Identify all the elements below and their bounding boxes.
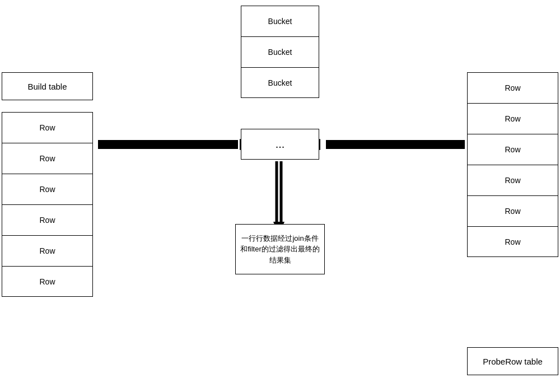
center-ellipsis-box: ... xyxy=(241,129,319,160)
left-row-6: Row xyxy=(2,266,93,297)
left-row-1: Row xyxy=(2,112,93,143)
right-row-1: Row xyxy=(467,72,558,103)
center-buckets-group: Bucket Bucket Bucket xyxy=(241,6,319,98)
right-row-5: Row xyxy=(467,195,558,226)
build-table-text: Build table xyxy=(27,82,67,91)
result-box: 一行行数据经过join条件和filter的过滤得出最终的结果集 xyxy=(235,224,325,274)
bucket-2: Bucket xyxy=(241,36,319,67)
build-table-label: Build table xyxy=(2,72,93,100)
right-row-4: Row xyxy=(467,165,558,195)
left-row-3: Row xyxy=(2,174,93,204)
left-rows-group: Row Row Row Row Row Row xyxy=(2,112,93,297)
result-text: 一行行数据经过join条件和filter的过滤得出最终的结果集 xyxy=(239,233,321,266)
bucket-3: Bucket xyxy=(241,67,319,98)
proberow-table-label: ProbeRow table xyxy=(467,347,558,375)
left-row-2: Row xyxy=(2,143,93,174)
proberow-text: ProbeRow table xyxy=(483,357,543,366)
left-row-4: Row xyxy=(2,204,93,235)
right-row-3: Row xyxy=(467,134,558,165)
diagram-container: Build table Row Row Row Row Row Row Buck… xyxy=(0,0,560,392)
right-row-6: Row xyxy=(467,226,558,257)
ellipsis-text: ... xyxy=(276,138,285,151)
left-row-5: Row xyxy=(2,235,93,266)
bucket-1: Bucket xyxy=(241,6,319,36)
right-row-2: Row xyxy=(467,103,558,134)
right-rows-group: Row Row Row Row Row Row xyxy=(467,72,558,257)
